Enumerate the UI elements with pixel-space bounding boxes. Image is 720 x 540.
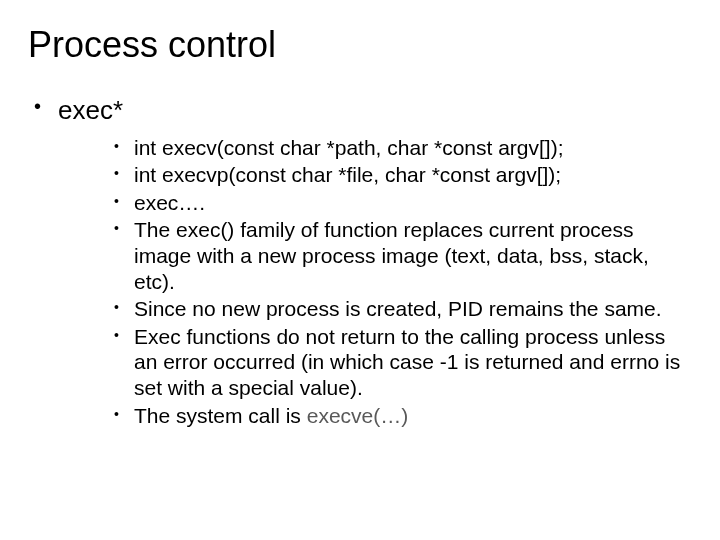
list-item: Since no new process is created, PID rem… (114, 296, 692, 322)
list-item-text: exec…. (134, 191, 205, 214)
list-item-text: The system call is (134, 404, 307, 427)
page-title: Process control (28, 24, 692, 66)
list-item: int execv(const char *path, char *const … (114, 135, 692, 161)
list-item-text: int execv(const char *path, char *const … (134, 136, 564, 159)
list-item: int execvp(const char *file, char *const… (114, 162, 692, 188)
list-item: The exec() family of function replaces c… (114, 217, 692, 294)
syscall-name: execve(…) (307, 404, 409, 427)
outer-item-exec: exec* int execv(const char *path, char *… (28, 94, 692, 428)
outer-item-label: exec* (58, 95, 123, 125)
list-item: Exec functions do not return to the call… (114, 324, 692, 401)
list-item: exec…. (114, 190, 692, 216)
list-item-text: Since no new process is created, PID rem… (134, 297, 662, 320)
list-item-text: The exec() family of function replaces c… (134, 218, 649, 292)
list-item-text: Exec functions do not return to the call… (134, 325, 680, 399)
outer-list: exec* int execv(const char *path, char *… (28, 94, 692, 428)
slide: Process control exec* int execv(const ch… (0, 0, 720, 540)
list-item-text: int execvp(const char *file, char *const… (134, 163, 561, 186)
list-item: The system call is execve(…) (114, 403, 692, 429)
inner-list: int execv(const char *path, char *const … (58, 135, 692, 429)
